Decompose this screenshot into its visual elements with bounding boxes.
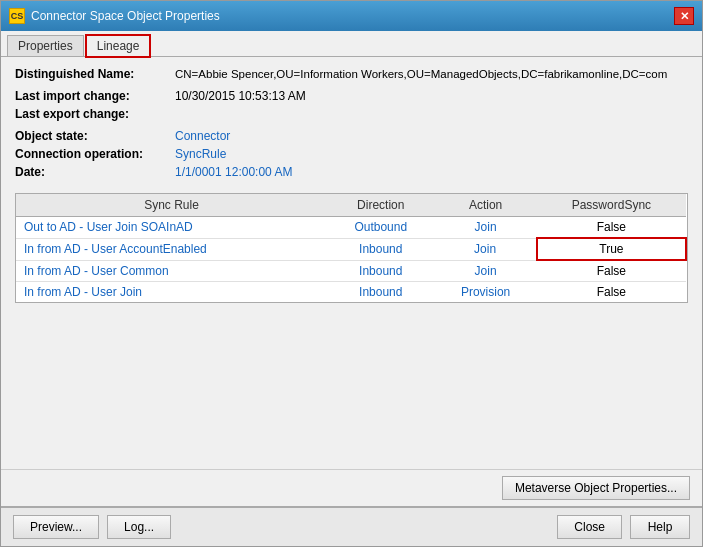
bottom-left-buttons: Preview... Log... [13, 515, 171, 539]
dn-value: CN=Abbie Spencer,OU=Information Workers,… [175, 68, 667, 80]
direction-cell: Inbound [327, 260, 435, 282]
sync-rule-cell: In from AD - User AccountEnabled [16, 238, 327, 260]
action-cell: Provision [435, 282, 537, 303]
state-value: Connector [175, 129, 230, 143]
direction-cell: Inbound [327, 282, 435, 303]
connection-row: Connection operation: SyncRule [15, 147, 688, 161]
direction-cell: Inbound [327, 238, 435, 260]
date-row: Date: 1/1/0001 12:00:00 AM [15, 165, 688, 179]
close-button[interactable]: ✕ [674, 7, 694, 25]
state-label: Object state: [15, 129, 175, 143]
table-header-row: Sync Rule Direction Action PasswordSync [16, 194, 686, 217]
log-button[interactable]: Log... [107, 515, 171, 539]
tab-lineage[interactable]: Lineage [86, 35, 151, 57]
table-row: Out to AD - User Join SOAInADOutboundJoi… [16, 217, 686, 239]
password-sync-cell: False [537, 282, 686, 303]
sync-rule-cell: In from AD - User Common [16, 260, 327, 282]
tab-properties[interactable]: Properties [7, 35, 84, 56]
dn-row: Distinguished Name: CN=Abbie Spencer,OU=… [15, 67, 688, 81]
action-cell: Join [435, 217, 537, 239]
help-button[interactable]: Help [630, 515, 690, 539]
state-row: Object state: Connector [15, 129, 688, 143]
sync-rules-table: Sync Rule Direction Action PasswordSync … [15, 193, 688, 303]
date-label: Date: [15, 165, 175, 179]
action-cell: Join [435, 260, 537, 282]
table-row: In from AD - User CommonInboundJoinFalse [16, 260, 686, 282]
export-row: Last export change: [15, 107, 688, 121]
password-sync-cell: False [537, 217, 686, 239]
password-sync-cell: False [537, 260, 686, 282]
bottom-right-buttons: Close Help [557, 515, 690, 539]
col-sync-rule: Sync Rule [16, 194, 327, 217]
import-row: Last import change: 10/30/2015 10:53:13 … [15, 89, 688, 103]
direction-cell: Outbound [327, 217, 435, 239]
table-row: In from AD - User AccountEnabledInboundJ… [16, 238, 686, 260]
col-direction: Direction [327, 194, 435, 217]
bottom-bar: Preview... Log... Close Help [1, 506, 702, 546]
sync-rule-cell: In from AD - User Join [16, 282, 327, 303]
table-row: In from AD - User JoinInboundProvisionFa… [16, 282, 686, 303]
metaverse-button[interactable]: Metaverse Object Properties... [502, 476, 690, 500]
content-area: Distinguished Name: CN=Abbie Spencer,OU=… [1, 57, 702, 469]
import-value: 10/30/2015 10:53:13 AM [175, 89, 306, 103]
window-icon: CS [9, 8, 25, 24]
window-title: Connector Space Object Properties [31, 9, 220, 23]
connection-label: Connection operation: [15, 147, 175, 161]
col-action: Action [435, 194, 537, 217]
sync-rule-cell: Out to AD - User Join SOAInAD [16, 217, 327, 239]
import-label: Last import change: [15, 89, 175, 103]
date-value: 1/1/0001 12:00:00 AM [175, 165, 292, 179]
connection-value: SyncRule [175, 147, 226, 161]
close-button-bottom[interactable]: Close [557, 515, 622, 539]
title-bar-left: CS Connector Space Object Properties [9, 8, 220, 24]
col-password-sync: PasswordSync [537, 194, 686, 217]
action-cell: Join [435, 238, 537, 260]
password-sync-cell: True [537, 238, 686, 260]
export-label: Last export change: [15, 107, 175, 121]
main-window: CS Connector Space Object Properties ✕ P… [0, 0, 703, 547]
footer-bar: Metaverse Object Properties... [1, 469, 702, 506]
title-bar: CS Connector Space Object Properties ✕ [1, 1, 702, 31]
tab-bar: Properties Lineage [1, 31, 702, 57]
dn-label: Distinguished Name: [15, 67, 175, 81]
preview-button[interactable]: Preview... [13, 515, 99, 539]
